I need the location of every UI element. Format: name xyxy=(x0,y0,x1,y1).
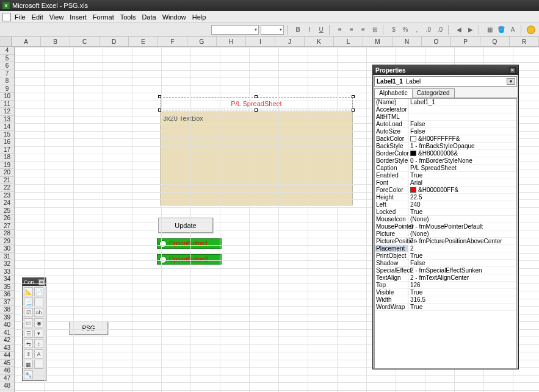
merge-button[interactable]: ⊞ xyxy=(370,25,380,35)
property-row[interactable]: Left240 xyxy=(375,201,516,208)
fontsize-dropdown[interactable] xyxy=(261,25,284,35)
update-button[interactable]: Update xyxy=(158,218,213,233)
row-header-26[interactable]: 26 xyxy=(0,215,14,223)
property-value[interactable] xyxy=(408,113,516,121)
col-header-A[interactable]: A xyxy=(12,37,41,46)
property-row[interactable]: AutoLoadFalse xyxy=(375,121,516,128)
row-header-8[interactable]: 8 xyxy=(0,77,14,85)
row-header-27[interactable]: 27 xyxy=(0,223,14,230)
row-header-10[interactable]: 10 xyxy=(0,93,14,101)
menu-file[interactable]: File xyxy=(15,13,26,21)
command-button-icon[interactable]: ▭ xyxy=(24,318,33,327)
col-header-Q[interactable]: Q xyxy=(480,37,510,46)
menu-data[interactable]: Data xyxy=(142,13,156,21)
property-row[interactable]: VisibleTrue xyxy=(375,289,516,296)
property-row[interactable]: Width316.5 xyxy=(375,296,516,304)
row-header-18[interactable]: 18 xyxy=(0,154,14,162)
row-header-44[interactable]: 44 xyxy=(0,352,14,360)
properties-panel[interactable]: Properties × Label1_1 Label Alphabetic C… xyxy=(372,65,519,369)
property-row[interactable]: FontArial xyxy=(375,179,516,187)
textbox-icon[interactable]: ab xyxy=(34,308,43,317)
fill-color-button[interactable]: 🪣 xyxy=(496,25,506,35)
properties-titlebar[interactable]: Properties × xyxy=(373,65,518,75)
property-value[interactable]: True xyxy=(408,289,516,296)
property-value[interactable]: True xyxy=(408,252,516,260)
properties-grid[interactable]: (Name)Label1_1AcceleratorAltHTMLAutoLoad… xyxy=(374,98,517,369)
menu-window[interactable]: Window xyxy=(162,13,186,21)
currency-button[interactable]: $ xyxy=(389,25,399,35)
property-value[interactable]: True xyxy=(408,172,516,179)
row-header-29[interactable]: 29 xyxy=(0,238,14,246)
property-row[interactable]: WordWrapTrue xyxy=(375,304,516,311)
scrollbar-icon[interactable]: ⇕ xyxy=(24,349,33,358)
property-value[interactable]: &H80000006& xyxy=(408,150,516,157)
row-header-38[interactable]: 38 xyxy=(0,306,14,314)
row-header-22[interactable]: 22 xyxy=(0,184,14,192)
option-button-2[interactable]: OptionButton2 xyxy=(157,254,222,265)
property-row[interactable]: ShadowFalse xyxy=(375,260,516,267)
property-value[interactable]: 2 - fmTextAlignCenter xyxy=(408,274,516,282)
row-header-15[interactable]: 15 xyxy=(0,131,14,139)
col-header-D[interactable]: D xyxy=(99,37,129,46)
options-button[interactable] xyxy=(527,26,535,34)
row-header-7[interactable]: 7 xyxy=(0,70,14,78)
col-header-M[interactable]: M xyxy=(363,37,392,46)
property-row[interactable]: SpecialEffect2 - fmSpecialEffectSunken xyxy=(375,267,516,274)
col-header-C[interactable]: C xyxy=(70,37,99,46)
property-row[interactable]: (Name)Label1_1 xyxy=(375,99,516,106)
row-header-5[interactable]: 5 xyxy=(0,55,14,63)
row-header-14[interactable]: 14 xyxy=(0,123,14,131)
design-mode-icon[interactable]: 📐 xyxy=(24,287,33,296)
property-row[interactable]: Top126 xyxy=(375,282,516,289)
comma-button[interactable]: , xyxy=(412,25,422,35)
col-header-I[interactable]: I xyxy=(246,37,275,46)
row-header-19[interactable]: 19 xyxy=(0,162,14,169)
property-value[interactable]: P/L SpreadSheet xyxy=(408,165,516,172)
row-header-34[interactable]: 34 xyxy=(0,276,14,283)
resize-handle-n[interactable] xyxy=(255,95,258,98)
property-row[interactable]: PicturePosition7 - fmPicturePositionAbov… xyxy=(375,238,516,245)
property-row[interactable]: MousePointer0 - fmMousePointerDefault xyxy=(375,223,516,230)
col-header-L[interactable]: L xyxy=(334,37,363,46)
row-header-36[interactable]: 36 xyxy=(0,291,14,299)
row-header-11[interactable]: 11 xyxy=(0,101,14,109)
property-row[interactable]: MouseIcon(None) xyxy=(375,216,516,223)
col-header-O[interactable]: O xyxy=(422,37,451,46)
font-color-button[interactable]: A xyxy=(508,25,518,35)
property-value[interactable]: False xyxy=(408,128,516,135)
row-header-24[interactable]: 24 xyxy=(0,199,14,207)
row-header-23[interactable]: 23 xyxy=(0,192,14,200)
spin-button-icon[interactable]: ↕ xyxy=(34,339,43,348)
row-header-37[interactable]: 37 xyxy=(0,299,14,307)
percent-button[interactable]: % xyxy=(400,25,410,35)
borders-button[interactable]: ▦ xyxy=(485,25,494,35)
col-header-F[interactable]: F xyxy=(158,37,187,46)
col-header-N[interactable]: N xyxy=(392,37,422,46)
col-header-P[interactable]: P xyxy=(451,37,480,46)
align-left-button[interactable]: ≡ xyxy=(335,25,345,35)
property-value[interactable]: 2 xyxy=(408,245,516,252)
property-value[interactable]: Label1_1 xyxy=(408,99,516,106)
property-row[interactable]: TextAlign2 - fmTextAlignCenter xyxy=(375,274,516,282)
option-button-icon[interactable]: ◉ xyxy=(34,318,43,327)
property-row[interactable]: Height22.5 xyxy=(375,194,516,201)
property-row[interactable]: BackColor&H00FFFFFF& xyxy=(375,135,516,143)
row-header-13[interactable]: 13 xyxy=(0,116,14,124)
menu-insert[interactable]: Insert xyxy=(70,13,87,21)
properties-close-icon[interactable]: × xyxy=(509,67,516,74)
menu-help[interactable]: Help xyxy=(192,13,206,21)
col-header-E[interactable]: E xyxy=(129,37,158,46)
menu-format[interactable]: Format xyxy=(93,13,114,21)
select-all-corner[interactable] xyxy=(0,37,12,46)
property-row[interactable]: AltHTML xyxy=(375,113,516,121)
menu-edit[interactable]: Edit xyxy=(32,13,43,21)
property-value[interactable]: 240 xyxy=(408,201,516,208)
col-header-R[interactable]: R xyxy=(510,37,539,46)
property-value[interactable]: 1 - fmBackStyleOpaque xyxy=(408,143,516,150)
property-value[interactable]: (None) xyxy=(408,230,516,238)
property-row[interactable]: Accelerator xyxy=(375,106,516,113)
tab-categorized[interactable]: Categorized xyxy=(412,88,455,98)
property-value[interactable]: False xyxy=(408,121,516,128)
row-header-30[interactable]: 30 xyxy=(0,245,14,253)
property-row[interactable]: Picture(None) xyxy=(375,230,516,238)
